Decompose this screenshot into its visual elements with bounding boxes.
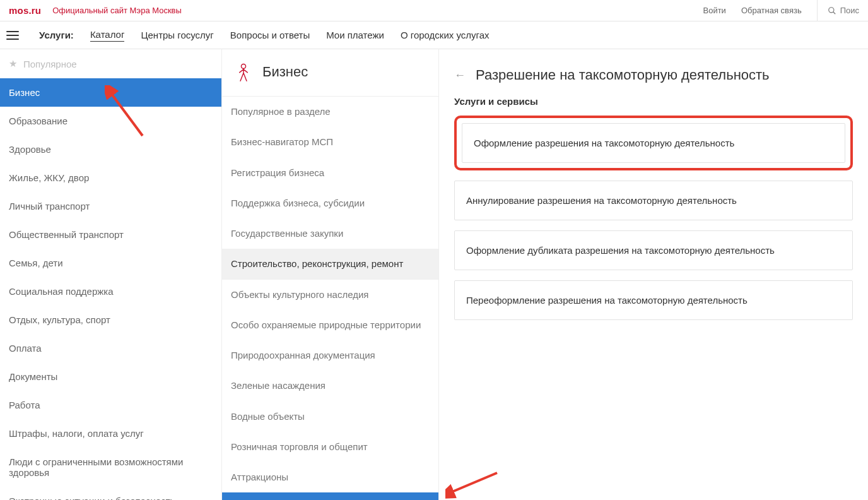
category-payment[interactable]: Оплата: [0, 334, 221, 362]
subcat-attractions[interactable]: Аттракционы: [222, 462, 438, 492]
nav-item-centers[interactable]: Центры госуслуг: [141, 30, 213, 40]
category-emergency[interactable]: Экстренные ситуации и безопасность: [0, 487, 221, 500]
service-card[interactable]: Оформление дубликата разрешения на таксо…: [454, 230, 853, 270]
nav-item-about[interactable]: О городских услугах: [401, 30, 490, 40]
category-documents[interactable]: Документы: [0, 362, 221, 391]
login-link[interactable]: Войти: [703, 6, 725, 15]
category-housing[interactable]: Жилье, ЖКУ, двор: [0, 164, 221, 192]
detail-header: ← Разрешение на таксомоторную деятельнос…: [439, 49, 868, 87]
category-family[interactable]: Семья, дети: [0, 249, 221, 277]
category-fines[interactable]: Штрафы, налоги, оплата услуг: [0, 419, 221, 448]
category-social[interactable]: Социальная поддержка: [0, 277, 221, 306]
category-column: ★ Популярное Бизнес Образование Здоровье…: [0, 49, 222, 500]
subcat-heritage[interactable]: Объекты культурного наследия: [222, 280, 438, 310]
site-slogan: Официальный сайт Мэра Москвы: [52, 6, 182, 15]
subcat-registration[interactable]: Регистрация бизнеса: [222, 158, 438, 188]
nav-bar: Услуги: Каталог Центры госуслуг Вопросы …: [0, 21, 868, 49]
subcat-popular[interactable]: Популярное в разделе: [222, 97, 438, 127]
category-disabled[interactable]: Люди с ограниченными возможностями здоро…: [0, 448, 221, 487]
nav-item-payments[interactable]: Мои платежи: [326, 30, 384, 40]
detail-column: ← Разрешение на таксомоторную деятельнос…: [439, 49, 868, 500]
subcat-transport[interactable]: Транспорт и спецтехника: [222, 492, 438, 500]
star-icon: ★: [9, 58, 17, 69]
nav-item-catalog[interactable]: Каталог: [90, 29, 125, 42]
subcat-protected-areas[interactable]: Особо охраняемые природные территории: [222, 310, 438, 340]
search-icon: [828, 6, 836, 15]
service-card-label: Оформление разрешения на таксомоторную д…: [462, 123, 845, 163]
subcat-eco-docs[interactable]: Природоохранная документация: [222, 340, 438, 371]
subcat-construction[interactable]: Строительство, реконструкция, ремонт: [222, 249, 438, 279]
category-health[interactable]: Здоровье: [0, 135, 221, 164]
svg-point-2: [241, 64, 245, 68]
section-title: Бизнес: [262, 64, 308, 80]
service-card-highlight[interactable]: Оформление разрешения на таксомоторную д…: [454, 116, 853, 170]
nav-item-faq[interactable]: Вопросы и ответы: [230, 30, 310, 40]
category-leisure[interactable]: Отдых, культура, спорт: [0, 306, 221, 334]
subcat-retail[interactable]: Розничная торговля и общепит: [222, 432, 438, 462]
category-business[interactable]: Бизнес: [0, 78, 221, 107]
main-layout: ★ Популярное Бизнес Образование Здоровье…: [0, 49, 868, 500]
subcat-procurement[interactable]: Государственные закупки: [222, 218, 438, 249]
site-logo[interactable]: mos.ru: [9, 5, 41, 16]
subcat-greenery[interactable]: Зеленые насаждения: [222, 371, 438, 401]
category-label: Популярное: [23, 59, 77, 69]
service-card[interactable]: Переоформление разрешения на таксомоторн…: [454, 280, 853, 320]
search-placeholder: Поис: [840, 6, 859, 15]
subcat-navigator[interactable]: Бизнес-навигатор МСП: [222, 127, 438, 157]
category-education[interactable]: Образование: [0, 107, 221, 135]
top-bar: mos.ru Официальный сайт Мэра Москвы Войт…: [0, 0, 868, 21]
category-personal-transport[interactable]: Личный транспорт: [0, 192, 221, 220]
svg-line-1: [833, 11, 835, 14]
svg-point-0: [828, 7, 833, 12]
service-card[interactable]: Аннулирование разрешения на таксомоторну…: [454, 181, 853, 220]
subcategory-column: Бизнес Популярное в разделе Бизнес-навиг…: [222, 49, 439, 500]
detail-subtitle: Услуги и сервисы: [439, 87, 868, 116]
back-arrow-icon[interactable]: ←: [454, 69, 466, 82]
service-list: Оформление разрешения на таксомоторную д…: [439, 116, 868, 335]
business-icon: [235, 63, 252, 81]
detail-title: Разрешение на таксомоторную деятельность: [476, 67, 770, 83]
top-bar-right: Войти Обратная связь Поис: [703, 0, 859, 21]
feedback-link[interactable]: Обратная связь: [741, 6, 802, 15]
category-public-transport[interactable]: Общественный транспорт: [0, 220, 221, 249]
nav-label: Услуги:: [39, 30, 74, 40]
subcat-water[interactable]: Водные объекты: [222, 402, 438, 432]
search-wrap[interactable]: Поис: [817, 0, 859, 21]
section-header: Бизнес: [222, 49, 438, 97]
menu-icon[interactable]: [6, 31, 19, 40]
category-popular[interactable]: ★ Популярное: [0, 49, 221, 78]
subcat-support[interactable]: Поддержка бизнеса, субсидии: [222, 188, 438, 218]
category-work[interactable]: Работа: [0, 391, 221, 419]
